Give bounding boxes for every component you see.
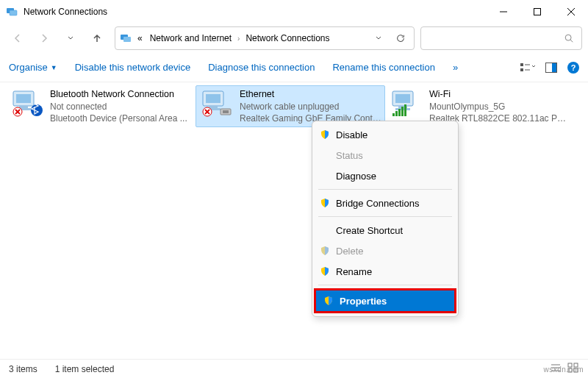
menu-item-delete: Delete — [312, 240, 458, 261]
svg-rect-3 — [534, 9, 541, 15]
navbar: « Network and Internet › Network Connect… — [0, 24, 588, 53]
menu-separator — [318, 285, 452, 285]
menu-label: Diagnose — [336, 171, 376, 182]
overflow-button[interactable]: » — [453, 62, 458, 73]
svg-rect-35 — [398, 109, 401, 116]
menu-item-properties[interactable]: Properties — [316, 290, 454, 311]
up-button[interactable] — [85, 26, 109, 50]
organise-menu[interactable]: Organise ▼ — [9, 62, 57, 73]
items-view: Bluetooth Network Connection Not connect… — [0, 82, 588, 130]
svg-line-9 — [570, 40, 573, 42]
svg-rect-36 — [401, 107, 404, 116]
disable-device-button[interactable]: Disable this network device — [75, 62, 191, 73]
svg-point-8 — [565, 35, 571, 40]
context-menu: Disable Status Diagnose Bridge Connectio… — [312, 121, 459, 317]
bluetooth-adapter-icon — [9, 88, 44, 118]
connection-device: Bluetooth Device (Personal Area ... — [50, 113, 187, 124]
svg-rect-37 — [404, 104, 406, 116]
rename-button[interactable]: Rename this connection — [332, 62, 434, 73]
diagnose-button[interactable]: Diagnose this connection — [208, 62, 315, 73]
ethernet-adapter-icon — [198, 88, 234, 118]
shield-icon — [320, 246, 330, 256]
search-icon — [564, 33, 574, 43]
window-title: Network Connections — [24, 7, 487, 17]
address-bar[interactable]: « Network and Internet › Network Connect… — [115, 26, 415, 50]
connection-name: Bluetooth Network Connection — [50, 88, 187, 101]
menu-separator — [318, 189, 452, 190]
connection-item-bluetooth[interactable]: Bluetooth Network Connection Not connect… — [6, 85, 196, 127]
menu-item-bridge[interactable]: Bridge Connections — [312, 193, 458, 213]
menu-item-status: Status — [312, 145, 458, 165]
help-button[interactable]: ? — [567, 62, 579, 74]
menu-item-create-shortcut[interactable]: Create Shortcut — [312, 220, 458, 240]
connection-status: Network cable unplugged — [240, 101, 382, 113]
command-bar: Organise ▼ Disable this network device D… — [0, 53, 588, 82]
highlight-annotation: Properties — [314, 288, 456, 313]
menu-label: Status — [336, 150, 363, 161]
menu-label: Create Shortcut — [336, 225, 403, 236]
shield-icon — [323, 296, 334, 306]
svg-rect-11 — [520, 68, 523, 71]
status-bar: 3 items 1 item selected — [0, 359, 588, 378]
search-input[interactable] — [420, 26, 582, 50]
svg-rect-23 — [206, 94, 220, 103]
close-button[interactable] — [554, 0, 588, 24]
watermark: wsxdn.com — [543, 365, 584, 374]
svg-rect-30 — [395, 94, 410, 103]
selection-count: 1 item selected — [55, 364, 115, 374]
titlebar: Network Connections — [0, 0, 588, 24]
breadcrumb-part[interactable]: Network and Internet — [148, 33, 233, 43]
location-icon — [120, 32, 132, 44]
shield-icon — [320, 198, 330, 208]
connection-status: Not connected — [50, 101, 187, 113]
refresh-button[interactable] — [392, 33, 409, 43]
menu-separator — [318, 216, 452, 217]
address-dropdown[interactable] — [370, 35, 387, 42]
connection-name: Ethernet — [240, 88, 382, 101]
menu-label: Rename — [336, 266, 372, 277]
svg-rect-15 — [552, 63, 556, 72]
svg-rect-10 — [520, 63, 523, 66]
back-button[interactable] — [6, 26, 29, 50]
menu-label: Disable — [336, 129, 368, 140]
maximize-button[interactable] — [520, 0, 554, 24]
shield-icon — [320, 266, 330, 277]
view-options-button[interactable] — [520, 63, 535, 73]
recent-dropdown[interactable] — [59, 26, 82, 50]
svg-rect-7 — [123, 37, 131, 42]
item-count: 3 items — [9, 364, 37, 374]
svg-rect-1 — [10, 10, 17, 15]
menu-label: Delete — [336, 246, 364, 257]
shield-icon — [320, 129, 330, 140]
wifi-adapter-icon — [388, 88, 423, 118]
app-icon — [6, 6, 18, 18]
breadcrumb-part[interactable]: Network Connections — [244, 33, 331, 43]
svg-rect-33 — [392, 113, 395, 116]
svg-rect-27 — [223, 110, 229, 113]
minimize-button[interactable] — [487, 0, 520, 24]
breadcrumb-prefix[interactable]: « — [136, 33, 144, 43]
chevron-right-icon: › — [237, 35, 240, 43]
preview-pane-button[interactable] — [545, 63, 557, 73]
connection-name: Wi-Fi — [429, 88, 572, 101]
svg-rect-24 — [209, 106, 218, 108]
svg-rect-17 — [16, 94, 31, 103]
connection-status: MountOlympus_5G — [429, 101, 572, 113]
forward-button[interactable] — [32, 26, 56, 50]
menu-label: Bridge Connections — [336, 198, 419, 209]
menu-item-rename[interactable]: Rename — [312, 261, 458, 282]
menu-item-disable[interactable]: Disable — [312, 124, 458, 145]
svg-rect-18 — [19, 106, 28, 108]
menu-label: Properties — [340, 296, 387, 307]
svg-rect-34 — [395, 111, 398, 116]
menu-item-diagnose[interactable]: Diagnose — [312, 165, 458, 186]
